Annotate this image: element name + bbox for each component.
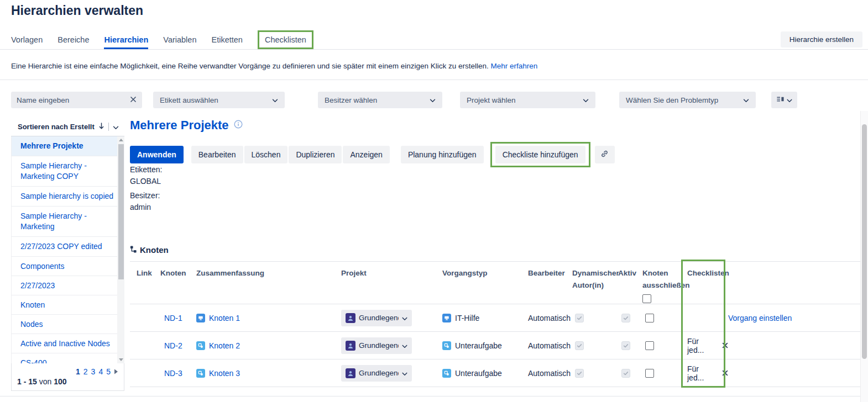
col-knoten-ausschliessen: Knoten ausschließen	[642, 264, 687, 304]
besitzer-select[interactable]: Besitzer wählen	[318, 92, 442, 108]
project-dropdown[interactable]: Grundlegend...	[341, 310, 412, 326]
active-checkbox	[621, 369, 630, 378]
tab-bar: Vorlagen Bereiche Hierarchien Variablen …	[11, 30, 313, 49]
labels-value: GLOBAL	[130, 176, 162, 187]
etikett-select[interactable]: Etikett auswählen	[153, 92, 285, 108]
hierarchy-item[interactable]: Sample Hierarchy - Marketing COPY	[12, 156, 124, 187]
node-row-nd2: ND-2 Knoten 2 Grundlegend... Unteraufgab…	[130, 332, 860, 359]
checklist-name: Für jed...	[687, 364, 716, 382]
tab-etiketten[interactable]: Etiketten	[211, 35, 242, 44]
hierarchy-item[interactable]: 2/27/2023	[12, 276, 124, 295]
action-toolbar: Anwenden Bearbeiten Löschen Duplizieren …	[130, 142, 615, 167]
link-button[interactable]	[595, 146, 615, 163]
hierarchy-item[interactable]: Components	[12, 257, 124, 276]
node-row-nd3: ND-3 Knoten 3 Grundlegend... Unteraufgab…	[130, 359, 860, 387]
node-summary-link[interactable]: Knoten 1	[209, 314, 240, 322]
tab-checklisten[interactable]: Checklisten	[265, 35, 306, 44]
nodes-table-header: Link Knoten Zusammenfassung Projekt Vorg…	[130, 264, 860, 304]
chevron-down-icon	[430, 96, 436, 104]
page-5[interactable]: 5	[106, 367, 111, 376]
page-1[interactable]: 1	[76, 367, 80, 376]
tab-variablen[interactable]: Variablen	[163, 35, 196, 44]
issuetype-label: Unteraufgabe	[455, 341, 502, 350]
tab-hierarchien[interactable]: Hierarchien	[104, 35, 148, 44]
clear-icon[interactable]	[130, 95, 137, 105]
anzeigen-button[interactable]: Anzeigen	[343, 146, 389, 163]
page-scrollbar[interactable]	[860, 111, 868, 402]
sort-direction-icon[interactable]	[98, 122, 104, 132]
intro-text: Eine Hierarchie ist eine einfache Möglic…	[11, 62, 537, 70]
owner-value: admin	[130, 202, 162, 213]
filter-bar: Etikett auswählen Besitzer wählen Projek…	[0, 92, 868, 108]
detail-meta: Etiketten: GLOBAL Besitzer: admin	[130, 164, 162, 216]
view-options-icon	[776, 95, 785, 105]
hierarchy-list-sidebar: Sortieren nach Erstellt Mehrere Projekte…	[11, 118, 124, 391]
projekt-select[interactable]: Projekt wählen	[460, 92, 595, 108]
active-checkbox	[621, 341, 630, 350]
planung-hinzufuegen-button[interactable]: Planung hinzufügen	[401, 146, 484, 163]
sidebar-scrollbar-thumb[interactable]	[118, 144, 124, 279]
project-avatar	[346, 368, 355, 378]
subtask-issue-icon	[442, 341, 451, 350]
page-4[interactable]: 4	[98, 367, 103, 376]
hierarchy-item[interactable]: Knoten	[12, 295, 124, 315]
hierarchy-item[interactable]: CS-400	[12, 353, 124, 363]
checkliste-hinzufuegen-button[interactable]: Checkliste hinzufügen	[495, 146, 585, 163]
assignee-value: Automatisch	[528, 341, 572, 350]
col-dynamischer-autor: Dynamischer Autor(in)	[572, 264, 618, 304]
node-summary-link[interactable]: Knoten 2	[209, 341, 240, 350]
tab-vorlagen[interactable]: Vorlagen	[11, 35, 43, 44]
page-scrollbar-thumb[interactable]	[862, 124, 867, 359]
annotation-box-checklisten-tab: Checklisten	[258, 30, 313, 49]
col-link: Link	[130, 264, 160, 304]
scroll-up-icon[interactable]	[117, 136, 124, 144]
project-avatar	[346, 341, 355, 351]
node-key-link[interactable]: ND-2	[160, 341, 182, 350]
link-icon	[600, 149, 609, 160]
remove-checklist-icon[interactable]	[722, 370, 728, 376]
info-icon[interactable]	[234, 120, 243, 131]
vorgang-einstellen-link[interactable]: Vorgang einstellen	[728, 314, 792, 322]
next-page-icon[interactable]	[114, 369, 118, 374]
sidebar-scrollbar[interactable]	[117, 136, 124, 363]
hierarchy-item[interactable]: 2/27/2023 COPY edited	[12, 237, 124, 257]
col-bearbeiter: Bearbeiter	[528, 264, 572, 304]
duplizieren-button[interactable]: Duplizieren	[289, 146, 342, 163]
anwenden-button[interactable]: Anwenden	[130, 146, 184, 163]
issuetype-label: IT-Hilfe	[455, 314, 479, 322]
hierarchie-erstellen-button[interactable]: Hierarchie erstellen	[781, 31, 862, 47]
exclude-all-checkbox[interactable]	[642, 294, 651, 303]
project-dropdown[interactable]: Grundlegend...	[341, 337, 412, 354]
tab-bereiche[interactable]: Bereiche	[57, 35, 89, 44]
mehr-erfahren-link[interactable]: Mehr erfahren	[491, 62, 538, 70]
page-3[interactable]: 3	[91, 367, 96, 376]
exclude-node-checkbox[interactable]	[645, 314, 654, 322]
hierarchy-item[interactable]: Sample Hierarchy - Marketing	[12, 207, 124, 237]
name-filter-input[interactable]	[17, 96, 130, 104]
subtask-issue-icon	[196, 369, 205, 378]
bearbeiten-button[interactable]: Bearbeiten	[191, 146, 243, 163]
node-key-link[interactable]: ND-1	[160, 314, 182, 322]
hierarchy-item[interactable]: Sample hierarchy is copied	[12, 187, 124, 207]
exclude-node-checkbox[interactable]	[645, 341, 654, 350]
subtask-issue-icon	[196, 341, 205, 350]
scroll-down-icon[interactable]	[117, 356, 124, 363]
project-dropdown[interactable]: Grundlegend...	[341, 365, 412, 382]
hierarchy-item-mehrere-projekte[interactable]: Mehrere Projekte	[12, 136, 124, 156]
active-checkbox	[621, 314, 630, 322]
remove-checklist-icon[interactable]	[722, 342, 728, 348]
sort-menu-chevron-icon[interactable]	[113, 122, 119, 132]
node-key-link[interactable]: ND-3	[160, 369, 182, 378]
it-help-issue-icon	[442, 314, 451, 322]
page-2[interactable]: 2	[83, 367, 88, 376]
loeschen-button[interactable]: Löschen	[244, 146, 288, 163]
chevron-down-icon	[743, 96, 749, 104]
node-summary-link[interactable]: Knoten 3	[209, 369, 240, 378]
hierarchy-item[interactable]: Nodes	[12, 315, 124, 334]
it-help-issue-icon	[196, 314, 205, 322]
hierarchy-item[interactable]: Active and Inactive Nodes	[12, 334, 124, 353]
hierarchien-verwalten-screen: Hierarchien verwalten Vorlagen Bereiche …	[0, 0, 868, 402]
problemtyp-select[interactable]: Wählen Sie den Problemtyp	[619, 92, 756, 108]
exclude-node-checkbox[interactable]	[645, 369, 654, 378]
view-options-button[interactable]	[771, 92, 797, 108]
